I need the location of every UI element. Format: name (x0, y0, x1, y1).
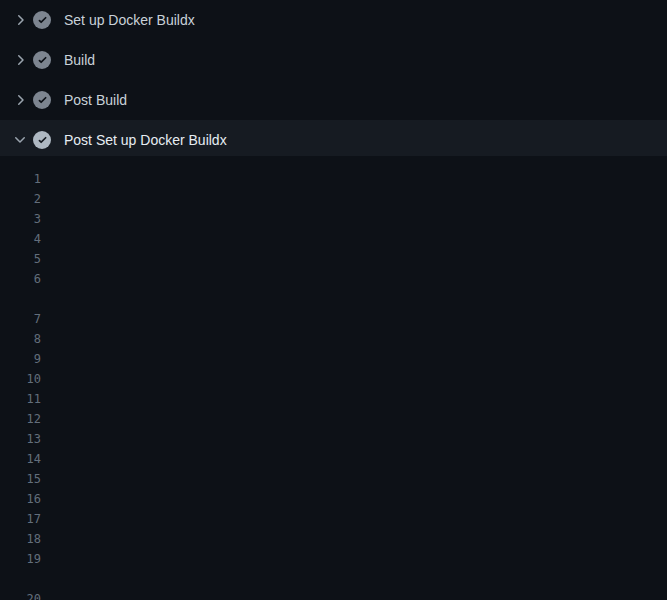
log-line: 12 time="2021-04-23T18:02:38Z" level=deb… (0, 409, 667, 429)
check-circle-icon (33, 91, 51, 109)
chevron-right-icon (12, 92, 28, 108)
log-line: 19 time="2021-04-23T18:02:38Z" level=deb… (0, 549, 667, 569)
step-build[interactable]: Build (0, 40, 667, 80)
line-number[interactable]: 2 (0, 189, 41, 209)
log-line: 8 time="2021-04-23T18:02:37Z" level=info… (0, 329, 667, 349)
log-line: application/vnd.oci.image.index.v1+json,… (0, 569, 667, 589)
log-line: 13 time="2021-04-23T18:02:38Z" level=deb… (0, 429, 667, 449)
log-line: 2 ▼BuildKit container logs (0, 189, 667, 209)
line-number[interactable]: 5 (0, 249, 41, 269)
log-line: 7 time="2021-04-23T18:02:37Z" level=warn… (0, 309, 667, 329)
log-line: 4 time="2021-04-23T18:02:37Z" level=info… (0, 229, 667, 249)
line-number[interactable]: 4 (0, 229, 41, 249)
log-line: 1 Post job cleanup. (0, 169, 667, 189)
line-number[interactable]: 12 (0, 409, 41, 429)
log-line: 9 time="2021-04-23T18:02:37Z" level=warn… (0, 349, 667, 369)
steps-list: Set up Docker Buildx Build Post Build Po… (0, 0, 667, 160)
line-number[interactable]: 9 (0, 349, 41, 369)
line-number[interactable]: 20 (0, 589, 41, 600)
check-circle-icon (33, 131, 51, 149)
step-label: Build (64, 52, 95, 68)
log-line: 14 time="2021-04-23T18:02:38Z" level=deb… (0, 449, 667, 469)
log-line: 5 time="2021-04-23T18:02:37Z" level=warn… (0, 249, 667, 269)
line-number[interactable]: 17 (0, 509, 41, 529)
chevron-down-icon (12, 132, 28, 148)
line-number[interactable]: 16 (0, 489, 41, 509)
step-label: Post Build (64, 92, 127, 108)
line-number[interactable]: 13 (0, 429, 41, 449)
log-line: 15 time="2021-04-23T18:02:38Z" level=deb… (0, 469, 667, 489)
check-circle-icon (33, 51, 51, 69)
step-post-build[interactable]: Post Build (0, 80, 667, 120)
log-line: 17 time="2021-04-23T18:02:38Z" level=deb… (0, 509, 667, 529)
log-line: 10 time="2021-04-23T18:02:37Z" level=inf… (0, 369, 667, 389)
line-number[interactable]: 3 (0, 209, 41, 229)
line-number[interactable]: 15 (0, 469, 41, 489)
log-area: 1 Post job cleanup. 2 ▼BuildKit containe… (0, 160, 667, 600)
log-line: 20 time="2021-04-23T18:02:38Z" level=deb… (0, 589, 667, 600)
check-circle-icon (33, 11, 51, 29)
step-set-up-docker-buildx[interactable]: Set up Docker Buildx (0, 0, 667, 40)
line-number[interactable]: 19 (0, 549, 41, 569)
line-number[interactable]: 14 (0, 449, 41, 469)
line-number[interactable]: 7 (0, 309, 41, 329)
line-number[interactable]: 11 (0, 389, 41, 409)
log-line: 16 time="2021-04-23T18:02:38Z" level=deb… (0, 489, 667, 509)
step-label: Set up Docker Buildx (64, 12, 195, 28)
log-line: linux/riscv64 linux/ppc64le linux/s390x … (0, 289, 667, 309)
line-number[interactable]: 6 (0, 269, 41, 289)
line-number[interactable]: 1 (0, 169, 41, 189)
line-number[interactable]: 10 (0, 369, 41, 389)
chevron-right-icon (12, 12, 28, 28)
step-post-set-up-docker-buildx[interactable]: Post Set up Docker Buildx (0, 120, 667, 160)
line-number[interactable]: 8 (0, 329, 41, 349)
log-line: 18 time="2021-04-23T18:02:38Z" level=deb… (0, 529, 667, 549)
step-label: Post Set up Docker Buildx (64, 132, 227, 148)
log-line: 6 time="2021-04-23T18:02:37Z" level=info… (0, 269, 667, 289)
log-line: 3 /usr/bin/docker logs buildx_buildkit_b… (0, 209, 667, 229)
chevron-right-icon (12, 52, 28, 68)
log-line: 11 time="2021-04-23T18:02:38Z" level=deb… (0, 389, 667, 409)
line-number[interactable]: 18 (0, 529, 41, 549)
